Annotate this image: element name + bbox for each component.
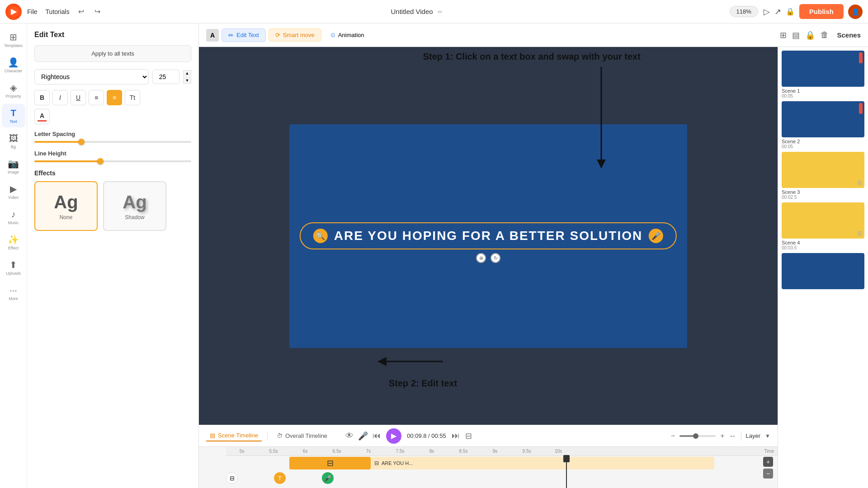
tl-current-time: 00:09.8 / 00:55 <box>407 432 446 439</box>
user-avatar[interactable]: 👤 <box>848 5 863 19</box>
menu-file[interactable]: File <box>27 8 38 15</box>
lock-icon[interactable]: 🔒 <box>805 30 815 40</box>
templates-icon: ⊞ <box>9 32 17 42</box>
undo-button[interactable]: ↩ <box>75 5 88 18</box>
menu-tutorials[interactable]: Tutorials <box>46 8 70 15</box>
scene-2[interactable]: Scene 2 00:05 <box>782 101 864 149</box>
sidebar-item-music[interactable]: ♪ Music <box>2 205 25 229</box>
scene-3-link-icon: ⛓ <box>857 180 863 186</box>
layer-dropdown[interactable]: ▼ <box>765 433 770 439</box>
font-size-input[interactable] <box>152 70 179 84</box>
add-track-button[interactable]: + <box>763 457 773 467</box>
text-case-button[interactable]: Tt <box>125 90 140 105</box>
sidebar-item-bg[interactable]: 🖼 Bg <box>2 129 25 153</box>
text-color-button[interactable]: A <box>34 109 50 124</box>
sidebar-item-image[interactable]: 📷 Image <box>2 155 25 178</box>
text-align-icon[interactable]: A <box>206 29 219 42</box>
scene-5[interactable] <box>782 253 864 289</box>
track-icon-3[interactable]: 🎤 <box>322 472 334 484</box>
smart-move-icon: ⟳ <box>275 32 280 38</box>
track-icon-2[interactable]: T <box>274 472 286 484</box>
effect-shadow[interactable]: Ag Shadow <box>103 181 166 231</box>
topbar-right: ▷ ↗ 🔒 Publish 👤 <box>764 4 863 19</box>
zoom-plus-icon[interactable]: + <box>720 432 724 440</box>
underline-button[interactable]: U <box>71 90 86 105</box>
rotate-handle[interactable]: ↻ <box>491 253 500 263</box>
zoom-control[interactable]: 118% <box>730 6 758 17</box>
scene-2-thumb[interactable] <box>782 101 864 137</box>
scene-4[interactable]: ⛓ Scene 4 00:03.5 <box>782 202 864 250</box>
publish-button[interactable]: Publish <box>799 4 844 19</box>
italic-button[interactable]: I <box>52 90 68 105</box>
font-family-select[interactable]: Righteous <box>34 69 149 84</box>
tab-animation[interactable]: ⊙ Animation <box>324 29 371 41</box>
selected-text-box[interactable]: 🔍 ARE YOU HOPING FOR A BETTER SOLUTION 🎤 <box>300 222 677 249</box>
preview-button[interactable]: ▷ <box>764 7 770 17</box>
text-content[interactable]: ARE YOU HOPING FOR A BETTER SOLUTION <box>334 229 642 243</box>
lock-button[interactable]: 🔒 <box>786 7 795 16</box>
zoom-slider-thumb[interactable] <box>693 433 698 439</box>
mic-icon: 🎤 <box>649 229 663 243</box>
playhead-head <box>563 455 570 462</box>
move-handle[interactable]: ⊕ <box>476 253 486 263</box>
scene-1-thumb[interactable] <box>782 51 864 87</box>
scene-3[interactable]: ⛓ Scene 3 00:02.5 <box>782 152 864 200</box>
font-size-down[interactable]: ▼ <box>183 77 191 84</box>
bold-button[interactable]: B <box>34 90 50 105</box>
remove-track-button[interactable]: − <box>763 469 773 479</box>
app-logo[interactable]: ▶ <box>5 4 22 20</box>
tab-overall-timeline[interactable]: ⏱ Overall Timeline <box>273 431 331 441</box>
scene-1[interactable]: Scene 1 00:05 <box>782 51 864 99</box>
sidebar-item-more[interactable]: ··· More <box>2 281 25 305</box>
font-row: Righteous ▲ ▼ <box>34 69 191 84</box>
scene-3-thumb[interactable]: ⛓ <box>782 152 864 188</box>
scene-4-thumb[interactable]: ⛓ <box>782 202 864 239</box>
redo-button[interactable]: ↪ <box>91 5 104 18</box>
share-button[interactable]: ↗ <box>774 7 781 17</box>
sidebar-item-uploads[interactable]: ⬆ Uploads <box>2 256 25 279</box>
tl-subtitle-icon[interactable]: ⊟ <box>465 431 472 441</box>
tl-skip-forward-icon[interactable]: ⏭ <box>452 431 460 441</box>
timeline-ruler: 5s 5.5s 6s 6.5s 7s 7.5s 8s 8.5s 9s 9.5s … <box>226 447 778 456</box>
scene-3-label: Scene 3 <box>782 189 864 195</box>
scene-5-thumb[interactable] <box>782 253 864 289</box>
timeline-right-controls: − + ↔ Layer ▼ <box>671 432 770 441</box>
sidebar-item-property[interactable]: ◈ Property <box>2 79 25 102</box>
letter-spacing-slider[interactable] <box>34 141 191 143</box>
delete-icon[interactable]: 🗑 <box>821 30 829 40</box>
tl-mic-icon[interactable]: 🎤 <box>358 431 368 441</box>
edit-text-icon: ✏ <box>228 32 234 39</box>
apply-all-button[interactable]: Apply to all texts <box>34 45 191 62</box>
sidebar-item-character[interactable]: 👤 Character <box>2 53 25 77</box>
align-left-button[interactable]: ≡ <box>89 90 104 105</box>
canvas-toolbar: A ✏ Edit Text ⟳ Smart move ⊙ Animation ⊞… <box>199 23 868 47</box>
tl-play-button[interactable]: ▶ <box>386 428 401 444</box>
effects-title: Effects <box>34 169 191 177</box>
tab-scene-timeline[interactable]: ▤ Scene Timeline <box>206 430 262 441</box>
tl-skip-back-icon[interactable]: ⏮ <box>373 431 381 441</box>
video-icon: ▶ <box>10 183 17 194</box>
track-icon-1[interactable]: ⊟ <box>226 472 238 484</box>
tab-smart-move[interactable]: ⟳ Smart move <box>269 28 321 42</box>
tab-edit-text[interactable]: ✏ Edit Text <box>222 28 266 42</box>
layout-icon[interactable]: ▤ <box>792 30 800 40</box>
align-center-button[interactable]: ≡ <box>107 90 122 105</box>
more-icon: ··· <box>9 285 17 296</box>
zoom-minus-icon[interactable]: − <box>671 432 675 440</box>
panel-title: Edit Text <box>34 31 191 39</box>
sidebar-item-templates[interactable]: ⊞ Templates <box>2 28 25 52</box>
top-menu: File Tutorials <box>27 8 70 15</box>
orange-clip[interactable]: ⊟ <box>289 457 371 469</box>
tl-eye-icon[interactable]: 👁 <box>345 431 354 441</box>
font-size-up[interactable]: ▲ <box>183 70 191 76</box>
sidebar-item-video[interactable]: ▶ Video <box>2 180 25 203</box>
canvas-content[interactable]: 🔍 ARE YOU HOPING FOR A BETTER SOLUTION 🎤… <box>289 124 687 348</box>
sidebar-item-effect[interactable]: ✨ Effect <box>2 230 25 254</box>
sidebar-item-text[interactable]: T Text <box>2 104 25 127</box>
fit-icon[interactable]: ↔ <box>729 432 736 440</box>
canvas-area[interactable]: Step 1: Click on a text box and swap wit… <box>199 47 778 425</box>
line-height-slider[interactable] <box>34 160 191 162</box>
effect-none[interactable]: Ag None <box>34 181 98 231</box>
grid-icon[interactable]: ⊞ <box>780 30 787 40</box>
text-clip[interactable]: ⊟ ARE YOU H... <box>371 457 714 469</box>
